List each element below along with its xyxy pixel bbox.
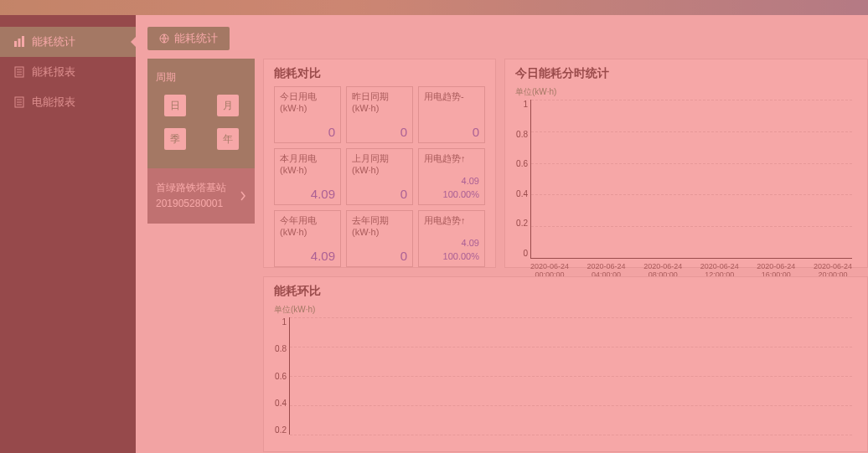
station-selector[interactable]: 首绿路铁塔基站 201905280001 bbox=[147, 168, 255, 224]
cell-value: 0 bbox=[424, 125, 479, 139]
ratio-chart-area: 1 0.8 0.6 0.4 0.2 bbox=[289, 317, 852, 435]
bar-chart-icon bbox=[13, 36, 25, 48]
cell-value: 4.09 bbox=[424, 237, 479, 250]
svg-rect-0 bbox=[14, 41, 17, 47]
cell-value: 4.09 bbox=[280, 187, 335, 201]
period-month-button[interactable]: 月 bbox=[217, 95, 239, 116]
y-tick: 1 bbox=[514, 100, 528, 109]
globe-icon bbox=[159, 33, 169, 44]
hourly-title: 今日能耗分时统计 bbox=[515, 66, 857, 81]
cell-label: 今年用电(kW·h) bbox=[280, 214, 335, 237]
hourly-chart-area: 1 0.8 0.6 0.4 0.2 0 bbox=[530, 100, 852, 259]
compare-panel: 能耗对比 今日用电(kW·h) 0 昨日同期(kW·h) 0 用 bbox=[263, 59, 496, 268]
cell-label: 本月用电(kW·h) bbox=[280, 152, 335, 175]
period-selector: 周期 日 月 季 年 bbox=[147, 59, 255, 168]
y-tick: 1 bbox=[273, 317, 287, 327]
station-name: 首绿路铁塔基站 bbox=[156, 180, 226, 196]
sidebar-item-label: 电能报表 bbox=[32, 95, 75, 110]
y-tick: 0.6 bbox=[514, 159, 528, 168]
cell-value: 0 bbox=[352, 187, 407, 201]
ratio-unit: 单位(kW·h) bbox=[274, 304, 857, 316]
y-tick: 0.8 bbox=[273, 344, 287, 353]
y-axis-ticks: 1 0.8 0.6 0.4 0.2 bbox=[273, 317, 287, 435]
window-top-strip bbox=[0, 0, 868, 15]
period-label: 周期 bbox=[156, 70, 246, 85]
ratio-chart-panel: 能耗环比 单位(kW·h) 1 0.8 0.6 0.4 0.2 bbox=[263, 276, 868, 452]
page-title-badge: 能耗统计 bbox=[147, 27, 230, 50]
sidebar-item-energy-report[interactable]: 能耗报表 bbox=[0, 57, 136, 87]
compare-cell: 用电趋势- 0 bbox=[418, 86, 485, 143]
cell-value: 0 bbox=[352, 125, 407, 139]
content-area: 能耗统计 周期 日 月 季 年 首绿路铁塔基站 201905280001 bbox=[136, 15, 868, 453]
compare-cell: 去年同期(kW·h) 0 bbox=[346, 210, 413, 267]
cell-value: 0 bbox=[352, 249, 407, 263]
compare-cell: 本月用电(kW·h) 4.09 bbox=[274, 148, 341, 205]
hourly-chart-panel: 今日能耗分时统计 单位(kW·h) 1 0.8 0.6 0.4 0.2 0 bbox=[504, 59, 868, 268]
period-day-button[interactable]: 日 bbox=[164, 95, 186, 116]
y-axis-ticks: 1 0.8 0.6 0.4 0.2 0 bbox=[514, 100, 528, 258]
chevron-right-icon bbox=[240, 191, 246, 201]
cell-label: 上月同期(kW·h) bbox=[352, 152, 407, 175]
cell-label: 今日用电(kW·h) bbox=[280, 90, 335, 113]
y-tick: 0.2 bbox=[514, 219, 528, 228]
cell-pct: 100.00% bbox=[424, 250, 479, 263]
compare-cell: 昨日同期(kW·h) 0 bbox=[346, 86, 413, 143]
svg-rect-1 bbox=[18, 39, 21, 47]
hourly-unit: 单位(kW·h) bbox=[515, 86, 857, 98]
y-tick: 0.2 bbox=[273, 425, 287, 435]
y-tick: 0.4 bbox=[273, 399, 287, 408]
cell-label: 昨日同期(kW·h) bbox=[352, 90, 407, 113]
compare-cell: 今日用电(kW·h) 0 bbox=[274, 86, 341, 143]
station-code: 201905280001 bbox=[156, 196, 226, 212]
cell-label: 用电趋势↑ bbox=[424, 152, 479, 165]
ratio-title: 能耗环比 bbox=[274, 284, 857, 299]
compare-cell: 上月同期(kW·h) 0 bbox=[346, 148, 413, 205]
y-tick: 0.4 bbox=[514, 189, 528, 198]
y-tick: 0.8 bbox=[514, 130, 528, 139]
cell-pct: 100.00% bbox=[424, 188, 479, 201]
filter-panel: 周期 日 月 季 年 首绿路铁塔基站 201905280001 bbox=[147, 59, 255, 452]
y-tick: 0.6 bbox=[273, 372, 287, 381]
document-icon bbox=[13, 96, 25, 108]
cell-label: 用电趋势↑ bbox=[424, 214, 479, 227]
y-tick: 0 bbox=[514, 249, 528, 258]
compare-cell: 今年用电(kW·h) 4.09 bbox=[274, 210, 341, 267]
page-title: 能耗统计 bbox=[174, 31, 218, 46]
period-quarter-button[interactable]: 季 bbox=[164, 128, 186, 150]
cell-value: 0 bbox=[280, 125, 335, 139]
sidebar-item-power-report[interactable]: 电能报表 bbox=[0, 87, 136, 117]
cell-label: 去年同期(kW·h) bbox=[352, 214, 407, 237]
compare-cell: 用电趋势↑ 4.09 100.00% bbox=[418, 210, 485, 267]
cell-value: 4.09 bbox=[280, 249, 335, 263]
sidebar: 能耗统计 能耗报表 电能报表 bbox=[0, 15, 136, 453]
compare-cell: 用电趋势↑ 4.09 100.00% bbox=[418, 148, 485, 205]
sidebar-item-label: 能耗统计 bbox=[32, 34, 75, 49]
svg-rect-2 bbox=[22, 36, 24, 47]
period-year-button[interactable]: 年 bbox=[217, 128, 239, 150]
sidebar-item-label: 能耗报表 bbox=[32, 64, 75, 80]
document-icon bbox=[13, 66, 25, 78]
cell-value: 4.09 bbox=[424, 175, 479, 188]
compare-title: 能耗对比 bbox=[274, 66, 485, 81]
sidebar-item-energy-stats[interactable]: 能耗统计 bbox=[0, 27, 136, 57]
cell-label: 用电趋势- bbox=[424, 90, 479, 103]
